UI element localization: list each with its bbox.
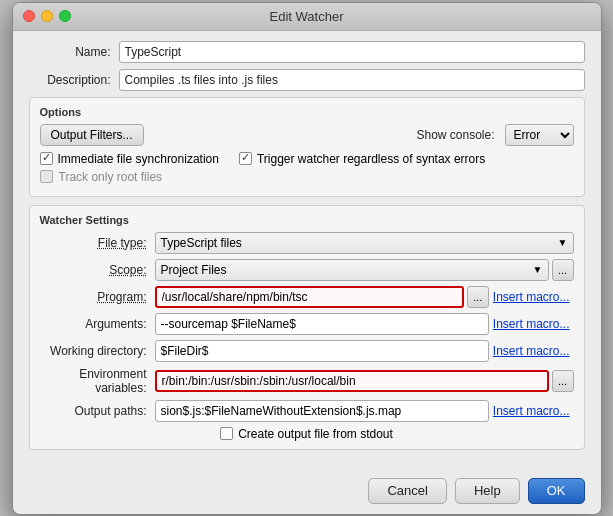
program-ellipsis-button[interactable]: ... xyxy=(467,286,489,308)
output-paths-insert-macro-button[interactable]: Insert macro... xyxy=(489,404,574,418)
description-input[interactable] xyxy=(119,69,585,91)
scope-label: Scope: xyxy=(40,263,155,277)
name-row: Name: xyxy=(29,41,585,63)
create-output-checkbox[interactable] xyxy=(220,427,233,440)
options-left: Output Filters... xyxy=(40,124,144,146)
edit-watcher-dialog: Edit Watcher Name: Description: Options … xyxy=(12,2,602,515)
options-title: Options xyxy=(40,106,574,118)
program-label: Program: xyxy=(40,290,155,304)
env-vars-wrap: ... xyxy=(155,370,574,392)
window-controls xyxy=(23,10,71,22)
options-row1: Output Filters... Show console: Error Al… xyxy=(40,124,574,146)
working-dir-input[interactable] xyxy=(155,340,489,362)
arguments-label: Arguments: xyxy=(40,317,155,331)
ok-button[interactable]: OK xyxy=(528,478,585,504)
minimize-button[interactable] xyxy=(41,10,53,22)
options-section: Options Output Filters... Show console: … xyxy=(29,97,585,197)
scope-ellipsis-button[interactable]: ... xyxy=(552,259,574,281)
show-console-label: Show console: xyxy=(416,128,494,142)
env-vars-ellipsis-button[interactable]: ... xyxy=(552,370,574,392)
output-filters-button[interactable]: Output Filters... xyxy=(40,124,144,146)
arguments-insert-macro-button[interactable]: Insert macro... xyxy=(489,317,574,331)
file-type-wrap: TypeScript files ▼ xyxy=(155,232,574,254)
file-type-value: TypeScript files xyxy=(161,236,242,250)
env-vars-row: Environment variables: ... xyxy=(40,367,574,395)
dialog-content: Name: Description: Options Output Filter… xyxy=(13,31,601,472)
program-input[interactable] xyxy=(155,286,464,308)
watcher-settings-title: Watcher Settings xyxy=(40,214,574,226)
env-vars-input[interactable] xyxy=(155,370,549,392)
name-label: Name: xyxy=(29,45,119,59)
show-console-select[interactable]: Error Always Never xyxy=(505,124,574,146)
program-wrap: ... xyxy=(155,286,489,308)
title-bar: Edit Watcher xyxy=(13,3,601,31)
file-type-arrow: ▼ xyxy=(558,237,568,248)
create-output-label: Create output file from stdout xyxy=(238,427,393,441)
output-paths-label: Output paths: xyxy=(40,404,155,418)
arguments-input[interactable] xyxy=(155,313,489,335)
help-button[interactable]: Help xyxy=(455,478,520,504)
trigger-watcher-checkbox[interactable] xyxy=(239,152,252,165)
file-type-row: File type: TypeScript files ▼ xyxy=(40,232,574,254)
scope-row: Scope: Project Files ▼ ... xyxy=(40,259,574,281)
maximize-button[interactable] xyxy=(59,10,71,22)
immediate-sync-label: Immediate file synchronization xyxy=(58,152,219,166)
working-dir-label: Working directory: xyxy=(40,344,155,358)
track-root-label: Track only root files xyxy=(59,170,163,184)
env-vars-label: Environment variables: xyxy=(40,367,155,395)
working-dir-insert-macro-button[interactable]: Insert macro... xyxy=(489,344,574,358)
program-insert-macro-button[interactable]: Insert macro... xyxy=(489,290,574,304)
track-root-checkbox[interactable] xyxy=(40,170,53,183)
immediate-sync-checkbox[interactable] xyxy=(40,152,53,165)
output-paths-wrap xyxy=(155,400,489,422)
working-dir-wrap xyxy=(155,340,489,362)
create-output-row: Create output file from stdout xyxy=(40,427,574,441)
cancel-button[interactable]: Cancel xyxy=(368,478,446,504)
output-paths-input[interactable] xyxy=(155,400,489,422)
dialog-title: Edit Watcher xyxy=(270,9,344,24)
working-dir-row: Working directory: Insert macro... xyxy=(40,340,574,362)
program-row: Program: ... Insert macro... xyxy=(40,286,574,308)
track-root-row: Track only root files xyxy=(40,170,574,184)
description-row: Description: xyxy=(29,69,585,91)
watcher-settings-section: Watcher Settings File type: TypeScript f… xyxy=(29,205,585,450)
scope-arrow: ▼ xyxy=(533,264,543,275)
options-right: Show console: Error Always Never xyxy=(416,124,573,146)
output-paths-row: Output paths: Insert macro... xyxy=(40,400,574,422)
arguments-wrap xyxy=(155,313,489,335)
description-label: Description: xyxy=(29,73,119,87)
scope-value: Project Files xyxy=(161,263,227,277)
bottom-bar: Cancel Help OK xyxy=(13,472,601,514)
arguments-row: Arguments: Insert macro... xyxy=(40,313,574,335)
file-type-label: File type: xyxy=(40,236,155,250)
scope-select[interactable]: Project Files ▼ xyxy=(155,259,549,281)
scope-wrap: Project Files ▼ ... xyxy=(155,259,574,281)
checkbox-row-2col: Immediate file synchronization Trigger w… xyxy=(40,152,574,166)
trigger-watcher-label: Trigger watcher regardless of syntax err… xyxy=(257,152,485,166)
immediate-sync-item: Immediate file synchronization xyxy=(40,152,219,166)
trigger-watcher-item: Trigger watcher regardless of syntax err… xyxy=(239,152,485,166)
close-button[interactable] xyxy=(23,10,35,22)
file-type-select[interactable]: TypeScript files ▼ xyxy=(155,232,574,254)
name-input[interactable] xyxy=(119,41,585,63)
